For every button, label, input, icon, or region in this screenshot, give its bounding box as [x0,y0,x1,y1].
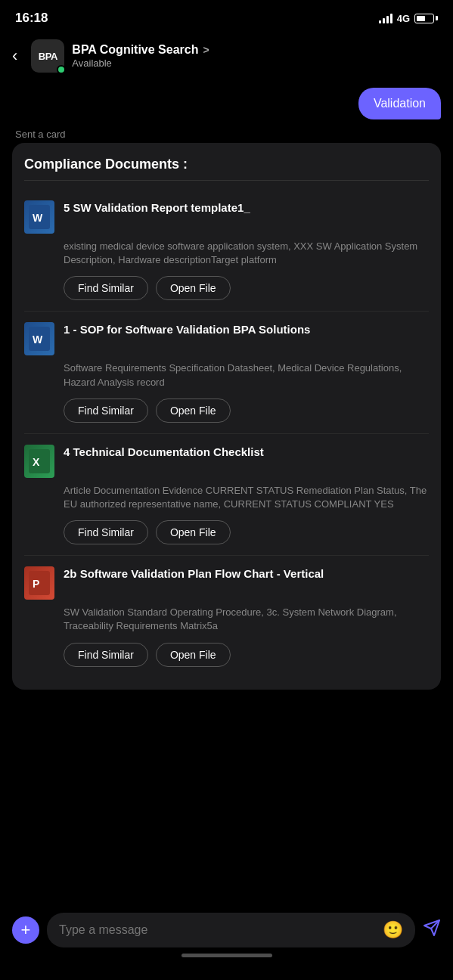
status-bar: 16:18 4G [0,0,453,33]
avatar: BPA [31,39,64,73]
svg-text:X: X [33,456,40,468]
message-input-wrap: 🙂 [47,913,415,947]
find-similar-button[interactable]: Find Similar [64,399,148,423]
open-file-button[interactable]: Open File [156,520,231,544]
chevron-right-icon: > [203,44,209,56]
open-file-button[interactable]: Open File [156,276,231,300]
doc-description: SW Validation Standard Operating Procedu… [24,606,429,633]
header-info: BPA Cognitive Search > Available [72,43,441,69]
back-button[interactable]: ‹ [6,43,23,69]
word-icon: W [24,322,54,355]
bottom-bar: + 🙂 [0,905,453,980]
outgoing-message: Validation [12,88,441,119]
word-icon: W [24,200,54,234]
find-similar-button[interactable]: Find Similar [64,643,148,667]
card-title: Compliance Documents : [24,157,429,181]
excel-icon: X [24,445,54,478]
doc-description: Software Requirements Specification Data… [24,361,429,389]
find-similar-button[interactable]: Find Similar [64,520,148,544]
open-file-button[interactable]: Open File [156,399,231,423]
chat-header: ‹ BPA BPA Cognitive Search > Available [0,33,453,82]
card-wrapper: Sent a card Compliance Documents : W 5 S… [12,129,441,690]
avatar-text: BPA [39,51,57,62]
svg-text:W: W [33,212,43,224]
network-label: 4G [397,13,410,24]
signal-bars-icon [379,13,392,23]
doc-name: 4 Technical Documentation Checklist [64,445,429,460]
document-item: X 4 Technical Documentation Checklist Ar… [24,434,429,556]
home-indicator [182,954,272,957]
doc-description: existing medical device software applica… [24,240,429,267]
input-row: + 🙂 [12,913,441,947]
compliance-card: Compliance Documents : W 5 SW Validation… [12,143,441,690]
svg-text:P: P [33,578,39,590]
bot-name[interactable]: BPA Cognitive Search > [72,43,441,57]
svg-text:W: W [33,333,43,346]
doc-actions: Find Similar Open File [24,276,429,300]
sent-a-card-label: Sent a card [12,129,441,140]
document-item: W 1 - SOP for Software Validation BPA So… [24,312,429,433]
open-file-button[interactable]: Open File [156,643,231,667]
find-similar-button[interactable]: Find Similar [64,276,148,300]
add-button[interactable]: + [12,916,39,944]
online-indicator [57,65,66,74]
doc-name: 1 - SOP for Software Validation BPA Solu… [64,322,429,337]
doc-actions: Find Similar Open File [24,643,429,667]
send-button[interactable] [423,919,441,941]
doc-actions: Find Similar Open File [24,399,429,423]
ppt-icon: P [24,566,54,600]
document-item: P 2b Software Validation Plan Flow Chart… [24,556,429,677]
document-item: W 5 SW Validation Report template1_ exis… [24,190,429,312]
emoji-button[interactable]: 🙂 [383,920,403,940]
validation-bubble: Validation [358,88,441,119]
status-icons: 4G [379,13,438,24]
battery-icon [414,14,438,23]
doc-name: 2b Software Validation Plan Flow Chart -… [64,566,429,581]
message-input[interactable] [59,923,377,937]
chat-area: Validation Sent a card Compliance Docume… [0,82,453,696]
status-time: 16:18 [15,11,48,26]
doc-name: 5 SW Validation Report template1_ [64,200,429,216]
doc-actions: Find Similar Open File [24,520,429,544]
doc-description: Article Documentation Evidence CURRENT S… [24,484,429,511]
bot-status: Available [72,57,441,69]
